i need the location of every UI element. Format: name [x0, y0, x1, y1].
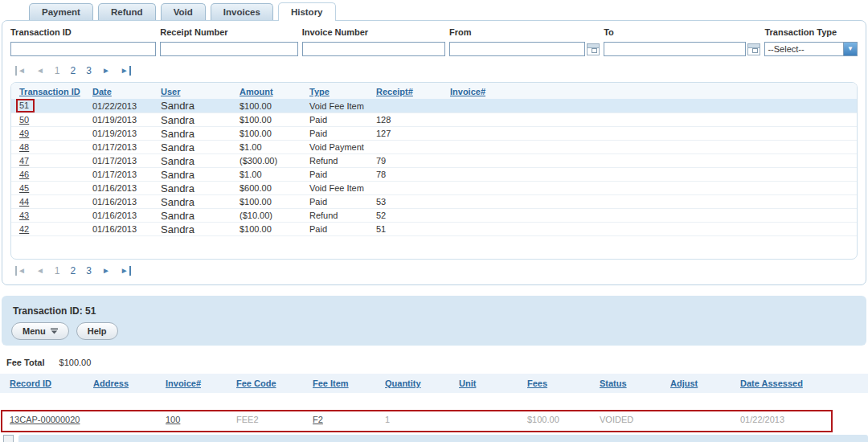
tab-invoices[interactable]: Invoices	[211, 3, 273, 20]
filter-from-date: From	[449, 27, 600, 56]
page-number-2[interactable]: 2	[71, 65, 76, 76]
first-page-button[interactable]: ◄	[15, 266, 26, 276]
page-number-1: 1	[55, 265, 60, 276]
fee-total-label: Fee Total	[6, 358, 44, 367]
tab-bar: Payment Refund Void Invoices History	[0, 0, 868, 20]
bottom-section-strip	[0, 435, 868, 442]
fee-adjust-cell	[665, 409, 735, 430]
table-row[interactable]: 44 01/16/2013 Sandra $100.00 Paid 53	[11, 195, 857, 209]
transaction-id-link[interactable]: 51	[19, 100, 29, 110]
help-button[interactable]: Help	[76, 322, 118, 340]
receipt-number-label: Receipt Number	[160, 27, 297, 37]
previous-page-button[interactable]: ◄	[36, 66, 44, 76]
from-label: From	[449, 27, 600, 37]
transaction-type-select[interactable]: --Select-- ▼	[764, 42, 858, 56]
previous-page-button[interactable]: ◄	[36, 266, 44, 276]
column-header-receipt[interactable]: Receipt#	[371, 83, 445, 99]
column-header-amount[interactable]: Amount	[235, 83, 305, 99]
menu-dropdown-icon	[51, 328, 58, 334]
fee-address-cell	[88, 409, 161, 430]
column-header-date-assessed[interactable]: Date Assessed	[735, 374, 868, 393]
table-row[interactable]: 47 01/17/2013 Sandra ($300.00) Refund 79	[11, 154, 857, 168]
tab-history[interactable]: History	[278, 2, 336, 21]
column-header-fee-item[interactable]: Fee Item	[308, 374, 380, 393]
tab-refund[interactable]: Refund	[98, 3, 156, 20]
table-row[interactable]: 51 01/22/2013 Sandra $100.00 Void Fee It…	[11, 99, 857, 113]
selection-highlight-box: 51	[16, 99, 35, 113]
first-page-button[interactable]: ◄	[15, 66, 26, 76]
fee-code-cell: FEE2	[231, 409, 308, 430]
fee-item-link[interactable]: F2	[313, 415, 323, 424]
column-header-status[interactable]: Status	[595, 374, 665, 393]
transaction-id-link[interactable]: 50	[19, 115, 29, 125]
next-page-button[interactable]: ►	[102, 266, 110, 276]
menu-button-label: Menu	[23, 326, 46, 336]
tab-payment[interactable]: Payment	[29, 3, 93, 20]
chevron-down-icon: ▼	[843, 43, 857, 55]
receipt-number-input[interactable]	[160, 42, 297, 56]
calendar-icon[interactable]	[587, 43, 600, 55]
fee-total: Fee Total $100.00	[6, 358, 868, 367]
from-date-input[interactable]	[449, 42, 585, 56]
fees-table-container: Record ID Address Invoice# Fee Code Fee …	[0, 374, 868, 430]
filter-transaction-type: Transaction Type --Select-- ▼	[764, 27, 858, 56]
transaction-id-link[interactable]: 44	[19, 197, 29, 207]
table-row[interactable]: 50 01/19/2013 Sandra $100.00 Paid 128	[11, 113, 857, 127]
column-header-fee-code[interactable]: Fee Code	[231, 374, 308, 393]
column-header-quantity[interactable]: Quantity	[380, 374, 454, 393]
menu-button[interactable]: Menu	[11, 322, 69, 340]
column-header-unit[interactable]: Unit	[454, 374, 522, 393]
to-date-input[interactable]	[604, 42, 746, 56]
page-number-2[interactable]: 2	[71, 265, 76, 276]
pagination-bottom: ◄ ◄ 1 2 3 ► ►	[15, 265, 858, 276]
column-header-invoice[interactable]: Invoice#	[445, 83, 857, 99]
fee-total-value: $100.00	[59, 358, 92, 367]
fee-unit-cell	[454, 409, 522, 430]
transaction-id-link[interactable]: 48	[19, 142, 29, 152]
filter-receipt-number: Receipt Number	[160, 27, 297, 56]
table-row[interactable]: 49 01/19/2013 Sandra $100.00 Paid 127	[11, 127, 857, 141]
table-row[interactable]: 43 01/16/2013 Sandra ($10.00) Refund 52	[11, 209, 857, 223]
table-row[interactable]: 42 01/16/2013 Sandra $100.00 Paid 51	[11, 223, 857, 236]
column-header-invoice[interactable]: Invoice#	[161, 374, 231, 393]
pagination-top: ◄ ◄ 1 2 3 ► ►	[15, 65, 858, 76]
expander-icon[interactable]	[3, 435, 14, 442]
column-header-address[interactable]: Address	[88, 374, 161, 393]
transaction-id-link[interactable]: 46	[19, 170, 29, 179]
last-page-button[interactable]: ►	[121, 266, 131, 276]
record-id-link[interactable]: 13CAP-00000020	[10, 415, 80, 424]
calendar-icon[interactable]	[747, 43, 760, 55]
transaction-id-link[interactable]: 47	[19, 156, 29, 166]
transaction-id-link[interactable]: 49	[19, 129, 29, 138]
fee-quantity-cell: 1	[380, 409, 454, 430]
column-header-adjust[interactable]: Adjust	[665, 374, 735, 393]
tab-void[interactable]: Void	[161, 3, 206, 20]
column-header-date[interactable]: Date	[88, 83, 156, 99]
page-number-3[interactable]: 3	[86, 65, 92, 76]
history-tab-panel: Transaction ID Receipt Number Invoice Nu…	[2, 20, 866, 285]
column-header-record-id[interactable]: Record ID	[0, 374, 88, 393]
filter-transaction-id: Transaction ID	[10, 27, 156, 56]
invoice-number-input[interactable]	[302, 42, 445, 56]
table-row[interactable]: 48 01/17/2013 Sandra $1.00 Void Payment	[11, 141, 857, 154]
column-header-user[interactable]: User	[156, 83, 235, 99]
page-number-1: 1	[55, 65, 60, 76]
next-page-button[interactable]: ►	[102, 66, 110, 76]
column-header-transaction-id[interactable]: Transaction ID	[11, 83, 88, 99]
column-header-fees[interactable]: Fees	[522, 374, 595, 393]
detail-button-row: Menu Help	[11, 322, 857, 340]
transaction-detail-title: Transaction ID: 51	[13, 305, 857, 317]
table-row[interactable]: 45 01/16/2013 Sandra $600.00 Void Fee It…	[11, 182, 857, 195]
transaction-id-input[interactable]	[10, 42, 156, 56]
transactions-table: Transaction ID Date User Amount Type Rec…	[11, 83, 857, 236]
transaction-id-link[interactable]: 42	[19, 224, 29, 234]
transaction-id-link[interactable]: 45	[19, 183, 29, 193]
transaction-id-link[interactable]: 43	[19, 211, 29, 220]
transaction-detail-panel: Transaction ID: 51 Menu Help	[2, 296, 866, 346]
fee-status-cell: VOIDED	[595, 409, 665, 430]
table-row[interactable]: 46 01/17/2013 Sandra $1.00 Paid 78	[11, 168, 857, 182]
last-page-button[interactable]: ►	[121, 66, 131, 76]
invoice-number-link[interactable]: 100	[166, 415, 180, 424]
column-header-type[interactable]: Type	[305, 83, 371, 99]
page-number-3[interactable]: 3	[86, 265, 92, 276]
